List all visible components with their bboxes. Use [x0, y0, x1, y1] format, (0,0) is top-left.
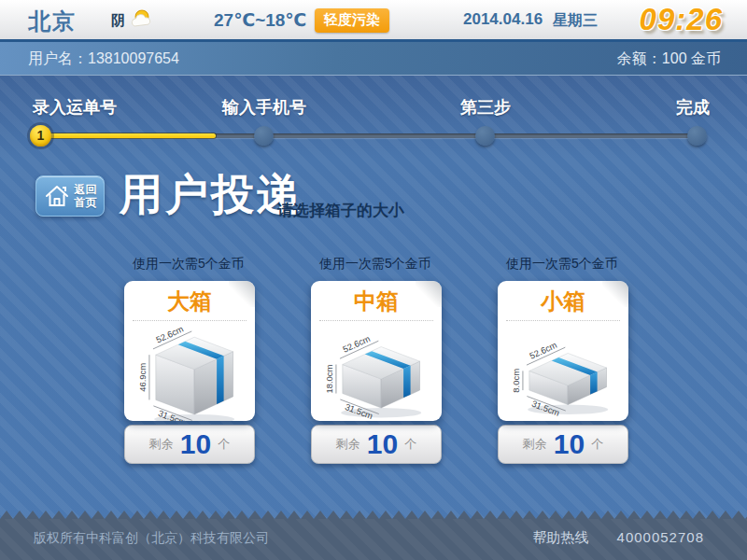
step-dot-4	[687, 126, 707, 146]
step-dot-3	[475, 126, 495, 146]
remaining-number: 10	[180, 430, 211, 458]
box-card-large[interactable]: 大箱 52.6cm 46.9cm 31.5cm	[124, 281, 255, 421]
cost-note: 使用一次需5个金币	[506, 256, 628, 273]
weather-condition-label: 阴	[111, 12, 125, 30]
air-quality-badge: 轻度污染	[315, 8, 389, 33]
cost-note: 使用一次需5个金币	[319, 256, 442, 273]
weekday-label: 星期三	[553, 11, 598, 31]
step-dot-1-active: 1	[30, 125, 51, 147]
hotline-number: 4000052708	[617, 529, 704, 545]
step-label-2: 输入手机号	[222, 96, 306, 119]
clock: 09:26	[640, 2, 723, 37]
box-option-column-medium: 使用一次需5个金币 中箱 52.6cm 18.0cm 31.5cm	[311, 256, 442, 464]
remaining-unit: 个	[404, 436, 416, 453]
top-info-bar: 北京 阴 27℃~18℃ 轻度污染 2014.04.16 星期三 09:26	[0, 0, 747, 42]
balance-label: 余额：	[617, 50, 662, 66]
remaining-count-panel-large: 剩余 10 个	[124, 425, 255, 464]
box-name-small: 小箱	[498, 281, 628, 316]
remaining-label: 剩余	[149, 436, 174, 453]
box-illustration-medium: 52.6cm 18.0cm 31.5cm	[311, 321, 442, 421]
user-bar: 用户名：13810097654 余额：100 金币	[0, 42, 747, 76]
page-subtitle: 请选择箱子的大小	[277, 200, 404, 221]
back-home-button[interactable]: 返回 首页	[35, 175, 105, 217]
box-illustration-large: 52.6cm 46.9cm 31.5cm	[124, 321, 255, 421]
cost-note: 使用一次需5个金币	[133, 256, 255, 273]
progress-track-completed	[35, 133, 216, 138]
balance-value: 100 金币	[662, 50, 721, 66]
remaining-number: 10	[367, 430, 398, 458]
box-card-small[interactable]: 小箱 52.6cm 8.0cm 31.5cm	[498, 281, 628, 421]
remaining-label: 剩余	[523, 436, 547, 453]
remaining-number: 10	[554, 430, 585, 458]
dim-depth: 31.5cm	[530, 399, 561, 418]
remaining-count-panel-medium: 剩余 10 个	[311, 425, 442, 464]
box-illustration-small: 52.6cm 8.0cm 31.5cm	[498, 321, 628, 421]
dim-height: 46.9cm	[137, 363, 148, 392]
username-label: 用户名：	[28, 50, 88, 66]
box-card-medium[interactable]: 中箱 52.6cm 18.0cm 31.5cm	[311, 281, 442, 421]
remaining-unit: 个	[591, 436, 603, 453]
username-value: 13810097654	[88, 50, 179, 66]
temperature-label: 27℃~18℃	[214, 9, 306, 31]
balance-field: 余额：100 金币	[617, 42, 721, 75]
sun-cloud-icon	[130, 7, 154, 32]
box-option-column-small: 使用一次需5个金币 小箱 52.6cm 8.0cm 31.5cm	[498, 256, 628, 464]
date-label: 2014.04.16	[463, 10, 543, 29]
box-option-column-large: 使用一次需5个金币 大箱 52.6cm 46.9cm 31.5cm	[124, 256, 255, 464]
step-label-1: 录入运单号	[33, 96, 117, 119]
remaining-count-panel-small: 剩余 10 个	[498, 425, 628, 464]
step-label-3: 第三步	[460, 96, 511, 119]
remaining-label: 剩余	[336, 436, 360, 453]
footer-content: 版权所有中科富创（北京）科技有限公司 帮助热线 4000052708	[0, 519, 747, 560]
city-label: 北京	[28, 7, 77, 36]
step-dot-2	[254, 126, 274, 146]
footer-bar: 版权所有中科富创（北京）科技有限公司 帮助热线 4000052708	[0, 519, 747, 560]
box-name-medium: 中箱	[311, 281, 442, 316]
box-name-large: 大箱	[124, 281, 255, 316]
home-icon	[44, 183, 70, 209]
hotline-label: 帮助热线	[532, 529, 588, 545]
page-title: 用户投递	[120, 166, 303, 224]
step-label-4: 完成	[676, 96, 710, 119]
dim-depth: 31.5cm	[344, 401, 374, 421]
copyright-text: 版权所有中科富创（北京）科技有限公司	[34, 519, 269, 556]
username-field: 用户名：13810097654	[28, 42, 179, 75]
hotline: 帮助热线 4000052708	[532, 519, 704, 556]
zigzag-edge	[0, 511, 747, 519]
remaining-unit: 个	[218, 436, 230, 453]
dim-height: 18.0cm	[324, 364, 334, 393]
dim-height: 8.0cm	[511, 369, 521, 393]
back-home-label: 返回 首页	[75, 183, 97, 209]
